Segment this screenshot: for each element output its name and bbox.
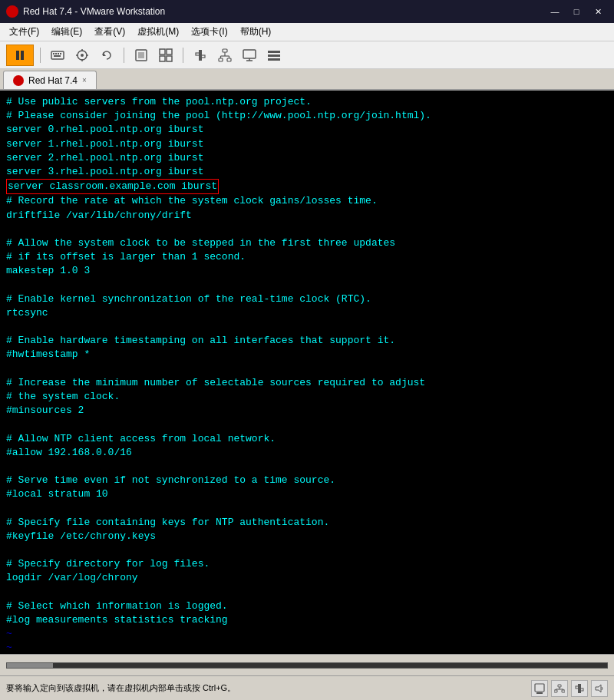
svg-rect-5 <box>58 53 59 54</box>
menu-edit[interactable]: 编辑(E) <box>45 24 88 40</box>
usb-button[interactable] <box>190 45 211 66</box>
fullscreen-button[interactable] <box>130 45 152 66</box>
menu-bar: 文件(F) 编辑(E) 查看(V) 虚拟机(M) 选项卡(I) 帮助(H) <box>0 23 614 41</box>
revert-button[interactable] <box>96 45 117 66</box>
svg-rect-1 <box>21 51 24 60</box>
menu-vm[interactable]: 虚拟机(M) <box>131 24 185 40</box>
svg-rect-7 <box>54 55 61 57</box>
snapshot-button[interactable] <box>71 45 93 66</box>
title-bar-left: Red Hat 7.4 - VMware Workstation <box>6 5 165 18</box>
toolbar-separator-1 <box>40 48 41 63</box>
svg-rect-31 <box>243 50 256 58</box>
menu-file[interactable]: 文件(F) <box>3 24 45 40</box>
svg-rect-4 <box>55 53 57 54</box>
usb-status-icon[interactable] <box>571 680 588 697</box>
monitor-icon <box>243 48 256 62</box>
network-button[interactable] <box>214 45 236 66</box>
pause-button[interactable] <box>6 45 34 66</box>
tab-bar: Red Hat 7.4 × <box>0 69 614 91</box>
svg-rect-26 <box>227 58 231 61</box>
svg-rect-36 <box>268 58 280 61</box>
vm-power-icon[interactable] <box>531 680 548 697</box>
svg-rect-25 <box>219 58 223 61</box>
toolbar-separator-2 <box>124 48 124 63</box>
fullscreen-icon <box>134 48 148 62</box>
svg-rect-16 <box>138 52 144 58</box>
keyboard-icon <box>51 48 64 62</box>
monitor-button[interactable] <box>239 45 260 66</box>
pause-icon <box>14 49 26 61</box>
revert-icon <box>100 48 114 62</box>
svg-marker-49 <box>596 685 601 692</box>
horizontal-scrollbar[interactable] <box>6 662 608 669</box>
svg-rect-17 <box>160 49 165 54</box>
network-status-icon[interactable] <box>551 680 568 697</box>
svg-rect-41 <box>562 690 565 692</box>
svg-rect-19 <box>160 56 165 61</box>
tilde-2: ~ <box>6 642 12 653</box>
menu-help[interactable]: 帮助(H) <box>234 24 278 40</box>
svg-rect-37 <box>535 684 544 692</box>
bottom-icons <box>531 680 608 697</box>
svg-point-9 <box>81 54 84 57</box>
svg-rect-24 <box>223 49 227 52</box>
audio-status-icon[interactable] <box>591 680 608 697</box>
send-ctrl-alt-del-button[interactable] <box>47 45 68 66</box>
unity-button[interactable] <box>155 45 177 66</box>
tab-label: Red Hat 7.4 <box>28 75 78 86</box>
tab-redhat[interactable]: Red Hat 7.4 × <box>3 71 97 89</box>
usb-icon <box>193 48 207 62</box>
toolbar <box>0 41 614 69</box>
snapshot-icon <box>75 48 89 62</box>
svg-rect-35 <box>268 54 280 57</box>
highlighted-line: server classroom.example.com iburst <box>6 179 219 194</box>
svg-rect-38 <box>536 692 543 694</box>
terminal-area[interactable]: # Use public servers from the pool.ntp.o… <box>0 91 614 654</box>
app-icon <box>6 5 18 18</box>
svg-rect-18 <box>167 49 172 54</box>
tab-vm-icon <box>13 75 24 86</box>
unity-icon <box>159 48 173 62</box>
usb-status-icon-svg <box>574 683 585 694</box>
svg-rect-20 <box>167 56 172 61</box>
settings-icon <box>267 48 281 62</box>
bottom-bar: 要将输入定向到该虚拟机，请在虚拟机内部单击或按 Ctrl+G。 <box>0 675 614 700</box>
network-status-icon-svg <box>554 683 565 694</box>
menu-view[interactable]: 查看(V) <box>88 24 131 40</box>
power-icon <box>534 683 545 694</box>
svg-rect-34 <box>268 51 280 53</box>
window-controls: — □ ✕ <box>545 4 608 19</box>
svg-rect-40 <box>554 690 557 692</box>
svg-rect-39 <box>558 685 561 687</box>
toolbar-separator-3 <box>183 48 183 63</box>
network-icon <box>218 48 232 62</box>
close-button[interactable]: ✕ <box>588 4 608 19</box>
tab-close-button[interactable]: × <box>82 76 87 84</box>
settings-button[interactable] <box>263 45 285 66</box>
minimize-button[interactable]: — <box>545 4 565 19</box>
svg-rect-3 <box>53 53 54 54</box>
tilde-1: ~ <box>6 628 12 639</box>
menu-tabs[interactable]: 选项卡(I) <box>185 24 233 40</box>
window-title: Red Hat 7.4 - VMware Workstation <box>23 6 165 17</box>
bottom-hint: 要将输入定向到该虚拟机，请在虚拟机内部单击或按 Ctrl+G。 <box>6 682 236 694</box>
svg-rect-6 <box>60 53 61 54</box>
terminal-content: # Use public servers from the pool.ntp.o… <box>6 95 608 654</box>
maximize-button[interactable]: □ <box>566 4 586 19</box>
audio-status-icon-svg <box>594 683 605 694</box>
title-bar: Red Hat 7.4 - VMware Workstation — □ ✕ <box>0 0 614 23</box>
svg-rect-0 <box>16 51 19 60</box>
status-bar <box>0 654 614 675</box>
